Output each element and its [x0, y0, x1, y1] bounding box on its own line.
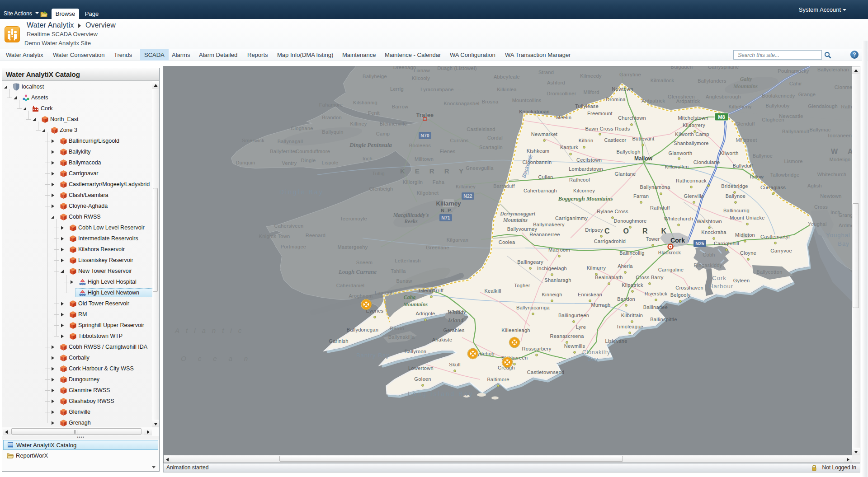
- svg-text:Brandon: Brandon: [322, 115, 342, 120]
- svg-text:Ballyheige: Ballyheige: [363, 74, 387, 79]
- svg-text:Derrynasaggart: Derrynasaggart: [500, 210, 536, 217]
- svg-text:Shanlaragh: Shanlaragh: [544, 277, 571, 283]
- svg-text:Kinneigh: Kinneigh: [542, 292, 562, 297]
- svg-text:Kilmeedy: Kilmeedy: [580, 73, 602, 79]
- svg-text:Killamey: Killamey: [456, 184, 476, 189]
- svg-text:Clonakilty: Clonakilty: [582, 349, 610, 355]
- svg-text:Ballynoe: Ballynoe: [753, 153, 773, 159]
- svg-text:Cork: Cork: [670, 237, 685, 244]
- svg-text:Ashford: Ashford: [547, 80, 565, 85]
- svg-text:Ventry: Ventry: [282, 160, 297, 166]
- svg-text:Bulgaden: Bulgaden: [671, 66, 693, 70]
- svg-text:Bandon: Bandon: [617, 296, 635, 302]
- svg-text:Freemount: Freemount: [587, 111, 613, 116]
- svg-text:Glendalough: Glendalough: [808, 103, 838, 109]
- svg-text:Glanworth: Glanworth: [669, 150, 693, 156]
- svg-text:Sneem: Sneem: [356, 260, 373, 265]
- svg-text:CORK: CORK: [604, 227, 680, 235]
- svg-text:Cahir: Cahir: [789, 81, 802, 86]
- svg-text:Buttevant: Buttevant: [632, 136, 654, 141]
- svg-text:Ballynoe: Ballynoe: [726, 193, 746, 199]
- svg-text:Knocknagashel: Knocknagashel: [443, 101, 479, 106]
- svg-text:Kilmallock: Kilmallock: [651, 78, 675, 83]
- svg-text:Rathcool: Rathcool: [569, 177, 590, 182]
- svg-text:Bay: Bay: [588, 356, 599, 362]
- svg-text:N25: N25: [695, 241, 704, 246]
- svg-text:Mallow: Mallow: [634, 155, 653, 162]
- svg-text:Ballycotton: Ballycotton: [756, 269, 782, 275]
- svg-text:Tooraneena: Tooraneena: [827, 133, 852, 138]
- svg-text:Ballylanders: Ballylanders: [698, 78, 726, 84]
- svg-text:Togher: Togher: [514, 283, 530, 288]
- svg-text:Ballincollig: Ballincollig: [619, 250, 645, 256]
- svg-text:Shanballymore: Shanballymore: [674, 140, 708, 146]
- svg-text:W A T: W A T: [831, 148, 852, 155]
- svg-text:Clondulane: Clondulane: [693, 159, 720, 165]
- svg-text:Kilgobnet: Kilgobnet: [417, 190, 439, 196]
- svg-text:Kilworth Camp: Kilworth Camp: [675, 131, 709, 137]
- svg-text:Cork: Cork: [712, 275, 726, 281]
- svg-text:KERRY: KERRY: [400, 167, 473, 175]
- svg-text:Dripsey: Dripsey: [585, 227, 603, 233]
- svg-text:Newtown: Newtown: [820, 193, 841, 199]
- svg-text:Kilmurry: Kilmurry: [587, 265, 606, 271]
- svg-text:Midleton: Midleton: [735, 232, 755, 238]
- svg-text:Carrigaline: Carrigaline: [658, 267, 684, 272]
- svg-text:Milltown: Milltown: [415, 156, 434, 162]
- svg-text:Bealnablath: Bealnablath: [595, 275, 623, 280]
- svg-text:Mountcollins: Mountcollins: [512, 98, 542, 103]
- svg-text:Tahilla: Tahilla: [391, 268, 406, 274]
- svg-text:Walshtown: Walshtown: [697, 219, 722, 224]
- svg-text:Youghal: Youghal: [808, 221, 826, 227]
- svg-text:Skull: Skull: [449, 362, 460, 367]
- svg-text:Carrigadrohid: Carrigadrohid: [594, 238, 626, 244]
- svg-text:Bunaw: Bunaw: [396, 278, 412, 284]
- svg-text:Belgooly: Belgooly: [670, 292, 691, 298]
- svg-text:Greenane: Greenane: [426, 245, 449, 250]
- svg-text:Curraglass: Curraglass: [760, 185, 786, 190]
- svg-text:Cross Barry: Cross Barry: [636, 275, 664, 280]
- svg-text:Glenduff: Glenduff: [735, 121, 755, 126]
- svg-text:Whitechurch: Whitechurch: [817, 172, 846, 177]
- svg-text:Bridebridge: Bridebridge: [721, 183, 748, 189]
- svg-text:N.P.: N.P.: [441, 208, 453, 213]
- svg-text:Tullig: Tullig: [372, 171, 385, 176]
- svg-text:Lyracrumpane: Lyracrumpane: [420, 87, 454, 92]
- svg-text:Crosshaven: Crosshaven: [675, 285, 703, 290]
- svg-text:Baltimore: Baltimore: [487, 377, 509, 382]
- svg-text:Ardpatrick: Ardpatrick: [676, 98, 700, 104]
- svg-text:Cloghane: Cloghane: [291, 126, 313, 131]
- svg-text:N71: N71: [441, 215, 450, 220]
- svg-text:Castlecor: Castlecor: [604, 137, 626, 143]
- svg-text:Whiddy: Whiddy: [447, 309, 466, 315]
- svg-text:Dingle Bay: Dingle Bay: [279, 188, 324, 196]
- svg-text:Mount Uniacke: Mount Uniacke: [730, 215, 764, 220]
- svg-text:Cobh: Cobh: [703, 252, 715, 257]
- svg-text:Killorglin: Killorglin: [403, 179, 423, 185]
- svg-text:Teeromoyle: Teeromoyle: [340, 216, 367, 221]
- svg-text:Castletownsend: Castletownsend: [527, 369, 564, 375]
- svg-text:Ballynagall: Ballynagall: [278, 139, 303, 144]
- svg-text:Coumduffmore: Coumduffmore: [296, 149, 330, 154]
- svg-text:Booleens: Booleens: [409, 143, 431, 148]
- svg-text:Tallow: Tallow: [749, 174, 764, 179]
- svg-text:Kilpatrick: Kilpatrick: [622, 282, 643, 288]
- svg-text:Smerwick: Smerwick: [242, 138, 264, 143]
- svg-text:Lislevane: Lislevane: [605, 338, 627, 344]
- svg-text:Galty: Galty: [740, 76, 752, 82]
- svg-text:Ballyclogh: Ballyclogh: [616, 149, 640, 154]
- svg-text:Carriganimmy: Carriganimmy: [555, 215, 588, 221]
- svg-text:Goleen: Goleen: [414, 376, 431, 382]
- svg-text:Faha: Faha: [433, 179, 445, 185]
- svg-text:Ballymac: Ballymac: [809, 127, 830, 132]
- svg-text:Tower: Tower: [646, 236, 660, 242]
- svg-text:Aroghnom: Aroghnom: [349, 293, 373, 299]
- svg-text:Blennerville: Blennerville: [380, 121, 407, 126]
- svg-text:Knockraha: Knockraha: [701, 229, 726, 235]
- svg-text:Caherbarnagh: Caherbarnagh: [524, 188, 557, 193]
- svg-text:Mastergeehy: Mastergeehy: [338, 244, 368, 250]
- svg-text:Anglesborough: Anglesborough: [706, 94, 741, 99]
- svg-text:Boggeragh Mountains: Boggeragh Mountains: [557, 195, 613, 202]
- svg-text:Modeligo: Modeligo: [829, 157, 850, 162]
- svg-text:Whitechurch: Whitechurch: [664, 216, 693, 221]
